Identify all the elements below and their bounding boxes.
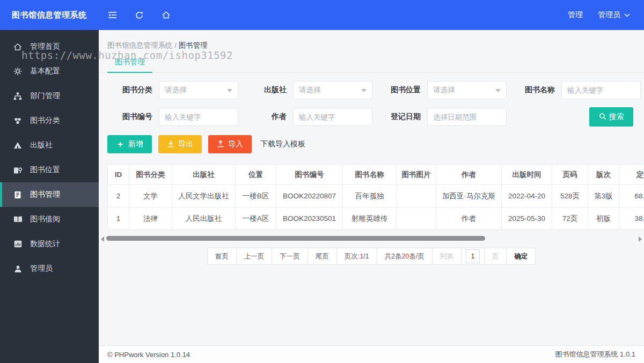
sidebar-item-statistics[interactable]: 数据统计 <box>0 232 99 256</box>
filter-label-location: 图书位置 <box>376 85 421 95</box>
pagination-next[interactable]: 下一页 <box>272 248 308 265</box>
user-menu[interactable]: 管理员 <box>598 10 630 20</box>
category-icon <box>13 116 23 125</box>
plus-icon: ＋ <box>116 139 125 150</box>
goto-page-input[interactable] <box>466 249 480 263</box>
table-cell <box>397 185 436 208</box>
sidebar-item-config[interactable]: 基本配置 <box>0 59 99 84</box>
pagination-last[interactable]: 尾页 <box>308 248 337 265</box>
sidebar-item-categories[interactable]: 图书分类 <box>0 108 99 133</box>
column-header: 图书编号 <box>276 165 343 185</box>
search-button[interactable]: 搜索 <box>589 107 633 127</box>
sitemap-icon <box>13 92 23 100</box>
table-cell: BOOK20230501 <box>276 208 343 230</box>
pagination-first[interactable]: 首页 <box>207 248 237 265</box>
pagination-confirm-button[interactable]: 确定 <box>506 248 536 265</box>
scroll-left-arrow-icon[interactable] <box>101 236 104 242</box>
sidebar-item-publishers[interactable]: 出版社 <box>0 133 99 158</box>
table-cell: 文学 <box>129 185 172 208</box>
select-caret-icon <box>495 89 501 92</box>
user-icon <box>13 264 23 273</box>
table-cell: 528页 <box>552 185 588 208</box>
export-button[interactable]: 导出 <box>158 135 202 153</box>
sidebar-item-locations[interactable]: 图书位置 <box>0 158 99 182</box>
pagination-goto-label: 到第 <box>432 248 462 265</box>
book-code-field[interactable] <box>159 108 238 126</box>
filter-label-register-date: 登记日期 <box>376 112 421 122</box>
book-name-field[interactable] <box>561 81 641 99</box>
table-cell: 一楼B区 <box>236 185 276 208</box>
add-button[interactable]: ＋ 新增 <box>107 135 152 153</box>
search-icon <box>599 113 606 122</box>
table-cell: 1 <box>108 208 129 230</box>
import-button[interactable]: 导入 <box>208 135 252 153</box>
home-icon <box>13 42 23 51</box>
sidebar-item-admins[interactable]: 管理员 <box>0 256 99 281</box>
column-header: 图书名称 <box>343 165 397 185</box>
tab-book-management[interactable]: 图书管理 <box>107 57 152 73</box>
table-cell: 人民出版社 <box>172 208 236 230</box>
category-select[interactable]: 请选择 <box>159 81 238 99</box>
filter-panel: 图书分类 请选择 出版社 请选择 图书位置 请选择 图书名称 <box>99 73 644 127</box>
table-header-row: ID 图书分类 出版社 位置 图书编号 图书名称 图书图片 作者 出版时间 页码… <box>108 165 644 185</box>
column-header: 出版社 <box>172 165 236 185</box>
location-icon <box>13 166 23 174</box>
scroll-right-arrow-icon[interactable] <box>639 236 642 242</box>
admin-link[interactable]: 管理 <box>568 10 583 20</box>
footer-version: © PHPwork Version 1.0.14 <box>107 351 190 359</box>
collapse-sidebar-button[interactable] <box>99 0 126 30</box>
location-select[interactable]: 请选择 <box>427 81 507 99</box>
table-cell: 第3版 <box>588 185 619 208</box>
column-header: 页码 <box>552 165 588 185</box>
table-cell: 72页 <box>552 208 588 230</box>
pagination-prev[interactable]: 上一页 <box>236 248 273 265</box>
breadcrumb: 图书馆信息管理系统 / 图书管理 <box>99 30 644 50</box>
table-row: 1 法律 人民出版社 一楼A区 BOOK20230501 射雕英雄传 作者 20… <box>108 208 644 230</box>
table-cell: 百年孤独 <box>343 185 397 208</box>
app-title: 图书馆信息管理系统 <box>0 10 99 20</box>
select-caret-icon <box>361 89 367 92</box>
pagination-total-info: 共2条 20条/页 <box>377 248 433 265</box>
table-cell: 法律 <box>129 208 172 230</box>
top-bar: 图书馆信息管理系统 管理 管理员 <box>0 0 644 30</box>
books-table: ID 图书分类 出版社 位置 图书编号 图书名称 图书图片 作者 出版时间 页码… <box>107 164 644 230</box>
sidebar-item-home[interactable]: 管理首页 <box>0 34 99 59</box>
column-header: 定价 <box>619 165 644 185</box>
main-content: https://www.huzhan.com/ishop31592 图书馆信息管… <box>99 30 644 363</box>
upload-icon <box>217 140 224 149</box>
table-cell: 初版 <box>588 208 619 230</box>
home-icon <box>162 11 171 19</box>
gear-icon <box>13 67 23 76</box>
filter-label-book-code: 图书编号 <box>107 112 152 122</box>
author-field[interactable] <box>293 108 372 126</box>
open-book-icon <box>13 215 23 224</box>
refresh-button[interactable] <box>126 0 152 30</box>
sidebar-item-books[interactable]: 图书管理 <box>0 182 99 207</box>
breadcrumb-separator: / <box>174 41 179 49</box>
chart-icon <box>13 240 23 248</box>
table-cell: 射雕英雄传 <box>343 208 397 230</box>
filter-label-category: 图书分类 <box>107 85 152 95</box>
select-caret-icon <box>227 89 232 92</box>
publisher-select[interactable]: 请选择 <box>293 81 372 99</box>
filter-label-book-name: 图书名称 <box>510 85 555 95</box>
column-header: 图书图片 <box>397 165 436 185</box>
refresh-icon <box>135 11 144 20</box>
pagination-page-info: 页次:1/1 <box>336 248 377 265</box>
breadcrumb-root[interactable]: 图书馆信息管理系统 <box>107 41 173 49</box>
download-template-link[interactable]: 下载导入模板 <box>260 139 305 149</box>
scrollbar-thumb[interactable] <box>106 236 485 241</box>
table-cell <box>397 208 436 230</box>
table-cell: 一楼A区 <box>236 208 276 230</box>
table-cell: 作者 <box>436 208 502 230</box>
filter-label-author: 作者 <box>241 112 287 122</box>
home-button[interactable] <box>152 0 179 30</box>
table-cell: 2022-04-20 <box>502 185 552 208</box>
tab-bar: 图书管理 <box>99 57 644 73</box>
date-range-field[interactable] <box>427 108 507 126</box>
pagination: 首页 上一页 下一页 尾页 页次:1/1 共2条 20条/页 到第 页 确定 <box>207 248 536 265</box>
sidebar-item-borrowing[interactable]: 图书借阅 <box>0 207 99 232</box>
sidebar-item-departments[interactable]: 部门管理 <box>0 84 99 108</box>
collapse-sidebar-icon <box>108 11 117 19</box>
publisher-icon <box>13 141 23 150</box>
